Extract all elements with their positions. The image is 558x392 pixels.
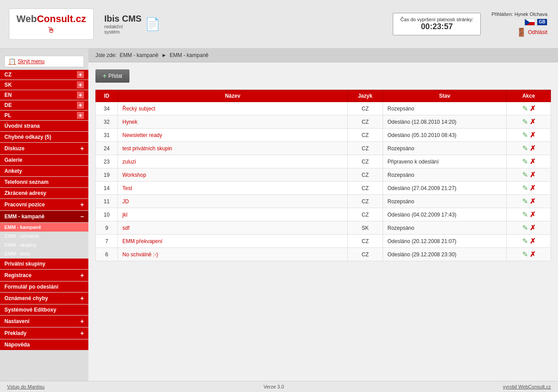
cell-lang: CZ [348, 195, 383, 208]
edit-button[interactable]: ✎ [522, 184, 528, 192]
sidebar-item-zkracene-adresy[interactable]: Zkrácené adresy [0, 188, 88, 198]
sidebar-item-registrace[interactable]: Registrace+ [0, 270, 88, 281]
cell-status: Odesláno (05.10.2010 08:43) [383, 129, 507, 142]
table-row: 11JDCZRozepsáno✎✗ [96, 195, 551, 208]
edit-button[interactable]: ✎ [522, 118, 528, 126]
edit-button[interactable]: ✎ [522, 171, 528, 179]
sidebar-item-privatni-skupiny[interactable]: Privátní skupiny [0, 259, 88, 269]
sidebar-item-nastaveni[interactable]: Nastavení+ [0, 316, 88, 327]
campaign-link[interactable]: No schválně :-) [122, 251, 158, 258]
campaign-link[interactable]: Test [122, 185, 132, 191]
delete-button[interactable]: ✗ [530, 211, 535, 218]
sidebar-item-uvodni-strana[interactable]: Úvodní strana [0, 121, 88, 131]
edit-button[interactable]: ✎ [522, 198, 528, 205]
sidebar-item-pracovni-pozice[interactable]: Pracovní pozice+ [0, 199, 88, 210]
cell-id: 14 [96, 182, 118, 195]
cell-actions: ✎✗ [507, 168, 551, 182]
breadcrumb-parent[interactable]: EMM - kampaně [120, 52, 159, 58]
sidebar-item-napoveda[interactable]: Nápověda [0, 339, 88, 350]
table-row: 6No schválně :-)CZOdesláno (29.12.2008 2… [96, 248, 551, 261]
cell-status: Připraveno k odeslání [383, 155, 507, 168]
sidebar-subitem-emm-skupiny[interactable]: EMM - skupiny [0, 240, 88, 249]
col-lang: Jazyk [348, 90, 383, 102]
edit-button[interactable]: ✎ [522, 145, 528, 152]
sidebar-lang-sk[interactable]: SK+ [0, 80, 88, 90]
cell-lang: CZ [348, 168, 383, 182]
campaign-link[interactable]: JD [122, 198, 129, 205]
edit-button[interactable]: ✎ [522, 158, 528, 165]
campaign-link[interactable]: test privátních skupin [122, 145, 172, 152]
sidebar-lang-cz[interactable]: CZ+ [0, 70, 88, 80]
edit-button[interactable]: ✎ [522, 131, 528, 139]
delete-button[interactable]: ✗ [530, 118, 535, 126]
campaign-link[interactable]: Newsletter ready [122, 132, 162, 138]
delete-button[interactable]: ✗ [530, 237, 535, 245]
campaign-link[interactable]: Hynek [122, 119, 137, 125]
sidebar-item-ankety[interactable]: Ankety [0, 166, 88, 176]
cell-lang: CZ [348, 115, 383, 129]
add-plus-icon: + [102, 72, 106, 80]
delete-button[interactable]: ✗ [530, 184, 535, 192]
cell-id: 23 [96, 155, 118, 168]
logo-cz: .cz [73, 13, 86, 24]
delete-button[interactable]: ✗ [530, 224, 535, 232]
sidebar-subitem-emm-texty[interactable]: EMM - texty [0, 249, 88, 258]
edit-button[interactable]: ✎ [522, 105, 528, 112]
campaign-link[interactable]: jkl [122, 212, 127, 218]
delete-button[interactable]: ✗ [530, 198, 535, 205]
add-button[interactable]: + Přidat [95, 69, 129, 83]
sidebar-item-chybne-odkazy[interactable]: Chybné odkazy (5) [0, 132, 88, 142]
delete-button[interactable]: ✗ [530, 131, 535, 139]
sidebar-lang-de[interactable]: DE+ [0, 100, 88, 110]
edit-button[interactable]: ✎ [522, 211, 528, 218]
delete-button[interactable]: ✗ [530, 105, 535, 112]
sidebar-item-formular-po-odeslani[interactable]: Formulář po odeslání [0, 282, 88, 292]
cell-actions: ✎✗ [507, 129, 551, 142]
delete-button[interactable]: ✗ [530, 145, 535, 152]
sidebar-item-diskuze[interactable]: Diskuze+ [0, 143, 88, 154]
cell-name: test privátních skupin [118, 142, 348, 155]
cell-id: 32 [96, 115, 118, 129]
cell-lang: CZ [348, 155, 383, 168]
sidebar-item-oznamene-chyby[interactable]: Oznámené chyby+ [0, 293, 88, 304]
sidebar-item-emm-kampane[interactable]: EMM - kampaně− [0, 211, 88, 222]
delete-button[interactable]: ✗ [530, 251, 535, 258]
cms-title: Ibis CMS [104, 14, 141, 24]
sidebar-subitem-emm-kampane[interactable]: EMM - kampaně [0, 223, 88, 232]
campaign-link[interactable]: sdf [122, 225, 129, 231]
company-link[interactable]: vyrobil WebConsult.cz [503, 384, 551, 389]
col-name: Název [118, 90, 348, 102]
cell-name: Řecký subject [118, 102, 348, 115]
logout-icon: 🚪 [516, 27, 526, 37]
table-row: 24test privátních skupinCZRozepsáno✎✗ [96, 142, 551, 155]
cell-status: Odesláno (12.08.2010 14:20) [383, 115, 507, 129]
sidebar-subitem-emm-uzivatele[interactable]: EMM - uživatelé [0, 232, 88, 240]
flag-gb-icon[interactable]: GB [537, 19, 547, 26]
flag-cz-icon[interactable] [524, 19, 535, 26]
campaign-link[interactable]: EMM překvapení [122, 238, 163, 244]
edit-button[interactable]: ✎ [522, 251, 528, 258]
campaign-link[interactable]: Řecký subject [122, 106, 156, 112]
sidebar-item-preklady[interactable]: Překlady+ [0, 327, 88, 339]
delete-button[interactable]: ✗ [530, 171, 535, 179]
campaign-link[interactable]: zuluzi [122, 159, 136, 165]
cell-actions: ✎✗ [507, 155, 551, 168]
version-label: Verze 3.0 [263, 384, 284, 389]
cell-name: No schválně :-) [118, 248, 348, 261]
campaign-link[interactable]: Workshop [122, 172, 146, 178]
edit-button[interactable]: ✎ [522, 224, 528, 232]
sidebar-lang-pl[interactable]: PL+ [0, 110, 88, 120]
edit-button[interactable]: ✎ [522, 237, 528, 245]
sidebar-item-systemove-editboxy[interactable]: Systémové Editboxy [0, 304, 88, 315]
logout-button[interactable]: Odhlásit [528, 29, 547, 35]
sidebar-item-telefonni-seznam[interactable]: Telefonní seznam [0, 177, 88, 187]
cell-actions: ✎✗ [507, 221, 551, 235]
cell-name: JD [118, 195, 348, 208]
sidebar-lang-en[interactable]: EN+ [0, 90, 88, 100]
table-row: 10jklCZOdesláno (04.02.2009 17:43)✎✗ [96, 208, 551, 221]
cell-actions: ✎✗ [507, 208, 551, 221]
hide-menu-button[interactable]: 📋 Skrýt menu [4, 56, 84, 67]
delete-button[interactable]: ✗ [530, 158, 535, 165]
mantis-link[interactable]: Vstup do Mantisu [7, 384, 45, 389]
sidebar-item-galerie[interactable]: Galerie [0, 155, 88, 165]
